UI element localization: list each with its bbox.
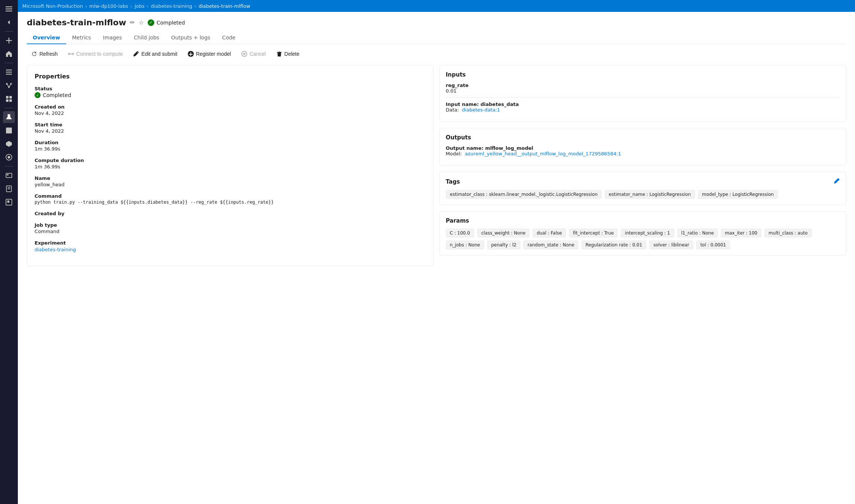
output-name-label: Output name: mlflow_log_model: [446, 145, 840, 151]
tab-images[interactable]: Images: [97, 32, 128, 44]
param-item: solver : liblinear: [649, 240, 693, 249]
prop-status-value: Completed: [35, 92, 426, 98]
edit-icon: [133, 51, 139, 57]
edit-title-icon[interactable]: ✏️: [130, 19, 135, 26]
tab-outputs-logs[interactable]: Outputs + logs: [165, 32, 216, 44]
right-panel: Inputs reg_rate 0.01 Input name: diabete…: [440, 65, 846, 256]
prop-experiment-label: Experiment: [35, 240, 426, 246]
output-name-row: Output name: mlflow_log_model Model: azu…: [446, 145, 840, 156]
reg-rate-row: reg_rate 0.01: [446, 83, 840, 94]
tags-edit-icon[interactable]: [834, 178, 840, 185]
breadcrumb-sep-1: ›: [85, 3, 87, 9]
components-icon[interactable]: [3, 93, 15, 105]
prop-job-type: Job type Command: [35, 222, 426, 234]
tag-item: estimator_name : LogisticRegression: [605, 190, 695, 199]
notebook-icon[interactable]: [3, 183, 15, 195]
refresh-button[interactable]: Refresh: [27, 49, 62, 59]
prop-start-time-label: Start time: [35, 122, 426, 127]
experiments-icon[interactable]: [3, 111, 15, 123]
param-item: class_weight : None: [477, 229, 530, 238]
delete-button[interactable]: Delete: [272, 49, 304, 59]
breadcrumb: Microsoft Non-Production › mlw-dp100-lab…: [22, 3, 250, 9]
svg-rect-2: [6, 11, 12, 12]
menu-icon[interactable]: [3, 3, 15, 15]
register-model-button[interactable]: Register model: [183, 49, 235, 59]
svg-rect-6: [6, 72, 12, 72]
status-dot: [148, 19, 154, 26]
inputs-card: Inputs reg_rate 0.01 Input name: diabete…: [440, 65, 846, 122]
svg-rect-23: [7, 174, 9, 175]
page-content: diabetes-train-mlflow ✏️ ☆ Completed Ove…: [18, 12, 855, 504]
external-link-icon[interactable]: [3, 196, 15, 208]
connect-compute-button[interactable]: Connect to compute: [64, 49, 127, 59]
breadcrumb-item-workspace[interactable]: mlw-dp100-labs: [89, 3, 128, 9]
pipelines-icon[interactable]: [3, 80, 15, 91]
params-title: Params: [446, 217, 840, 224]
prop-status-dot: [35, 92, 41, 98]
tags-container: estimator_class : sklearn.linear_model._…: [446, 190, 840, 199]
model-link[interactable]: azureml_yellow_head__output_mlflow_log_m…: [465, 151, 621, 156]
delete-icon: [276, 51, 282, 57]
prop-start-time-value: Nov 4, 2022: [35, 128, 426, 134]
prop-command: Command python train.py --training_data …: [35, 193, 426, 205]
model-label: Model:: [446, 151, 462, 156]
sidebar: [0, 0, 18, 504]
datasets-icon[interactable]: [3, 125, 15, 136]
tab-overview[interactable]: Overview: [27, 32, 66, 44]
favorite-icon[interactable]: ☆: [139, 19, 144, 26]
status-label: Completed: [157, 20, 185, 26]
back-icon[interactable]: [3, 16, 15, 28]
breadcrumb-sep-4: ›: [195, 3, 196, 9]
refresh-icon: [31, 51, 37, 57]
tag-item: model_type : LogisticRegression: [698, 190, 778, 199]
page-title-row: diabetes-train-mlflow ✏️ ☆ Completed: [27, 18, 846, 27]
tab-child-jobs[interactable]: Child jobs: [128, 32, 165, 44]
breadcrumb-item-experiment[interactable]: diabetes-training: [151, 3, 192, 9]
reg-rate-value: 0.01: [446, 88, 840, 94]
prop-command-value: python train.py --training_data ${{input…: [35, 200, 426, 205]
svg-rect-5: [6, 70, 12, 70]
breadcrumb-item-jobs[interactable]: Jobs: [135, 3, 145, 9]
param-item: Regularization rate : 0.01: [581, 240, 646, 249]
home-icon[interactable]: [3, 48, 15, 60]
data-link[interactable]: diabetes-data:1: [462, 107, 500, 113]
output-model-row: Model: azureml_yellow_head__output_mlflo…: [446, 151, 840, 156]
prop-experiment: Experiment diabetes-training: [35, 240, 426, 252]
input-data-row: Data: diabetes-data:1: [446, 107, 840, 113]
svg-marker-19: [6, 141, 12, 147]
connect-icon: [68, 51, 74, 57]
compute-icon[interactable]: [3, 169, 15, 181]
prop-command-label: Command: [35, 193, 426, 199]
prop-job-type-label: Job type: [35, 222, 426, 228]
prop-experiment-value[interactable]: diabetes-training: [35, 247, 76, 252]
svg-rect-0: [6, 6, 12, 7]
prop-status-text: Completed: [43, 92, 71, 98]
sidebar-divider-3: [4, 108, 13, 108]
page-title: diabetes-train-mlflow: [27, 18, 126, 27]
sidebar-divider-1: [4, 31, 13, 32]
sidebar-divider-2: [4, 63, 13, 63]
tag-item: estimator_class : sklearn.linear_model._…: [446, 190, 602, 199]
breadcrumb-item-tenant[interactable]: Microsoft Non-Production: [22, 3, 83, 9]
svg-rect-1: [6, 9, 12, 9]
cancel-icon: [241, 51, 247, 57]
prop-created-on: Created on Nov 4, 2022: [35, 104, 426, 116]
tab-metrics[interactable]: Metrics: [66, 32, 97, 44]
data-label: Data:: [446, 107, 459, 113]
jobs-icon[interactable]: [3, 66, 15, 78]
edit-submit-button[interactable]: Edit and submit: [129, 49, 182, 59]
prop-created-by-label: Created by: [35, 211, 426, 216]
cancel-button[interactable]: Cancel: [237, 49, 270, 59]
topbar: Microsoft Non-Production › mlw-dp100-lab…: [18, 0, 855, 12]
models-icon[interactable]: [3, 138, 15, 150]
endpoints-icon[interactable]: [3, 151, 15, 163]
input-name-label: Input name: diabetes_data: [446, 101, 840, 107]
tab-code[interactable]: Code: [216, 32, 241, 44]
svg-rect-28: [7, 201, 10, 203]
breadcrumb-sep-3: ›: [147, 3, 149, 9]
add-icon[interactable]: [3, 35, 15, 46]
prop-compute-duration-value: 1m 36.99s: [35, 164, 426, 169]
param-item: multi_class : auto: [764, 229, 811, 238]
params-card: Params C : 100.0class_weight : Nonedual …: [440, 211, 846, 256]
prop-name-label: Name: [35, 175, 426, 181]
